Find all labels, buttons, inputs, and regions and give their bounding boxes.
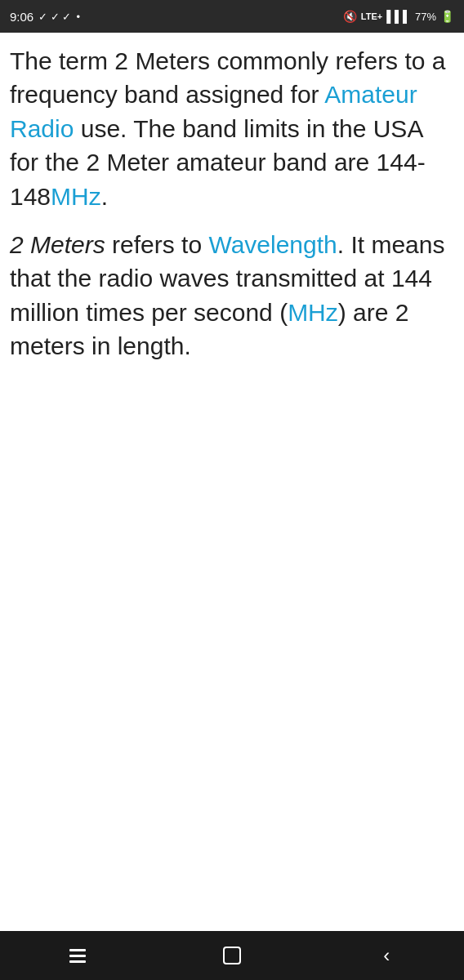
mute-icon: 🔇 (343, 10, 357, 23)
paragraph2-text-refers: refers to (105, 231, 209, 258)
recents-bar-3 (69, 960, 86, 963)
back-button[interactable]: ‹ (354, 939, 419, 972)
paragraph1-period: . (101, 183, 108, 210)
lte-indicator: LTE+ (361, 11, 382, 21)
check-icons: ✓ ✓ ✓ (38, 11, 71, 23)
battery-level: 77% (415, 11, 436, 23)
status-time: 9:06 (10, 10, 33, 24)
article-paragraph-2: 2 Meters refers to Wavelength. It means … (10, 228, 454, 363)
wavelength-link[interactable]: Wavelength (208, 231, 337, 258)
recents-button[interactable] (45, 939, 110, 972)
dot-indicator: • (76, 11, 80, 23)
mhz-link-2[interactable]: MHz (288, 299, 338, 326)
recents-icon (69, 949, 86, 963)
signal-icon: ▌▌▌ (386, 10, 411, 23)
two-meters-italic: 2 Meters (10, 231, 105, 258)
back-arrow-icon: ‹ (383, 944, 390, 967)
status-bar-right: 🔇 LTE+ ▌▌▌ 77% 🔋 (343, 10, 454, 23)
content-area: The term 2 Meters commonly refers to a f… (0, 33, 464, 931)
mhz-link-1[interactable]: MHz (51, 183, 101, 210)
battery-icon: 🔋 (440, 10, 454, 23)
recents-bar-1 (69, 949, 86, 951)
status-bar: 9:06 ✓ ✓ ✓ • 🔇 LTE+ ▌▌▌ 77% 🔋 (0, 0, 464, 33)
recents-bar-2 (69, 955, 86, 957)
status-bar-left: 9:06 ✓ ✓ ✓ • (10, 10, 80, 24)
home-icon (223, 947, 241, 964)
navigation-bar: ‹ (0, 931, 464, 980)
home-button[interactable] (199, 939, 265, 972)
article-paragraph-1: The term 2 Meters commonly refers to a f… (10, 44, 454, 213)
